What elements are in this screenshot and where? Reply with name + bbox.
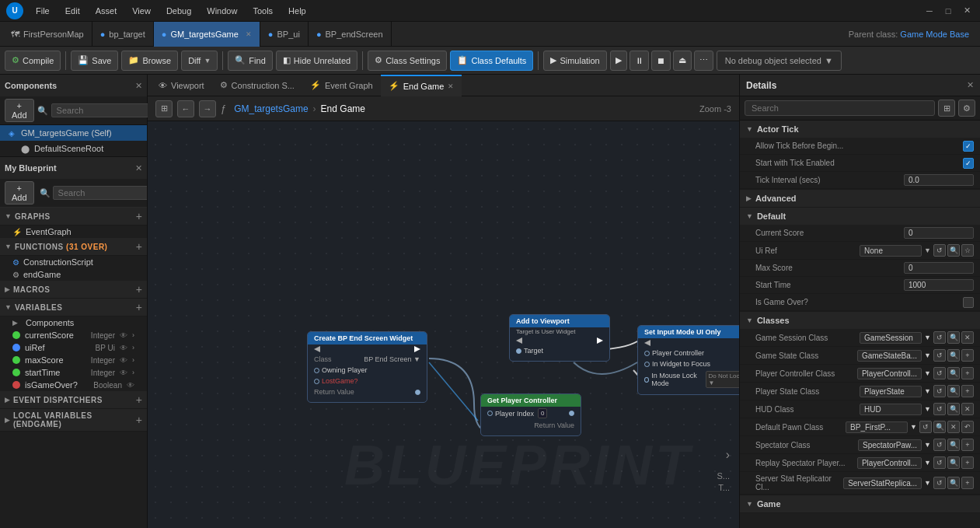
- menu-window[interactable]: Window: [201, 5, 243, 17]
- hide-unrelated-button[interactable]: ◧ Hide Unrelated: [276, 51, 357, 71]
- my-blueprint-close-icon[interactable]: ✕: [135, 163, 142, 173]
- minimize-button[interactable]: ─: [922, 4, 936, 18]
- variables-section-header[interactable]: ▼ VARIABLES +: [0, 299, 147, 316]
- find-button[interactable]: 🔍 Find: [228, 51, 272, 71]
- player-controller-dropdown[interactable]: PlayerControll...: [857, 368, 922, 379]
- tab-bp-endscreen[interactable]: ● BP_endScreen: [309, 22, 392, 47]
- menu-tools[interactable]: Tools: [246, 5, 279, 17]
- components-close-icon[interactable]: ✕: [135, 81, 142, 91]
- details-close-icon[interactable]: ✕: [967, 80, 974, 90]
- details-grid-icon[interactable]: ⊞: [938, 100, 955, 117]
- ui-ref-bookmark-icon[interactable]: ☆: [961, 244, 974, 257]
- close-button[interactable]: ✕: [960, 4, 974, 18]
- functions-section-header[interactable]: ▼ FUNCTIONS (31 OVER) +: [0, 238, 147, 256]
- starttime-expand-icon[interactable]: ›: [132, 369, 134, 376]
- is-game-over-checkbox[interactable]: [963, 297, 974, 308]
- eventgraph-item[interactable]: ⚡ EventGraph: [0, 226, 147, 238]
- start-time-input[interactable]: [904, 279, 974, 291]
- ui-ref-browse-icon[interactable]: 🔍: [947, 244, 960, 257]
- default-header[interactable]: ▼ Default: [740, 208, 980, 225]
- lv-add-icon[interactable]: +: [136, 414, 142, 426]
- variable-starttime[interactable]: startTime Integer 👁 ›: [0, 366, 147, 379]
- scroll-right-indicator[interactable]: ›: [726, 448, 730, 462]
- ps-add-icon[interactable]: +: [961, 385, 974, 397]
- component-item-self[interactable]: ◈ GM_targetsGame (Self): [0, 125, 147, 141]
- add-viewport-node[interactable]: Add to Viewport Target is User Widget Ta…: [509, 314, 610, 362]
- variable-isgameover[interactable]: isGameOver? Boolean 👁: [0, 379, 147, 391]
- uiref-visibility-icon[interactable]: 👁: [120, 344, 127, 352]
- start-tick-checkbox[interactable]: [963, 158, 974, 169]
- ps-sync-icon[interactable]: ↺: [933, 385, 946, 397]
- compile-button[interactable]: ⚙ Compile: [5, 51, 61, 71]
- diff-button[interactable]: Diff ▼: [181, 51, 218, 71]
- sub-tab-viewport[interactable]: 👁 Viewport: [151, 75, 212, 96]
- set-input-mode-node[interactable]: Set Input Mode UI Only Player Controller…: [637, 325, 739, 395]
- pc-add-icon[interactable]: +: [961, 367, 974, 379]
- maxscore-visibility-icon[interactable]: 👁: [120, 356, 127, 365]
- stop-button[interactable]: ⏹: [651, 51, 671, 71]
- variable-maxscore[interactable]: maxScore Integer 👁 ›: [0, 354, 147, 366]
- hud-sync-icon[interactable]: ↺: [933, 403, 946, 415]
- endgame-function-item[interactable]: ⚙ endGame: [0, 268, 147, 281]
- event-dispatchers-header[interactable]: ▶ EVENT DISPATCHERS +: [0, 391, 147, 409]
- hud-clear-icon[interactable]: ✕: [961, 403, 974, 415]
- menu-edit[interactable]: Edit: [59, 5, 86, 17]
- ss-browse-icon[interactable]: 🔍: [947, 477, 960, 489]
- ss-add-icon[interactable]: +: [961, 477, 974, 489]
- ss-sync-icon[interactable]: ↺: [933, 477, 946, 489]
- spectator-dropdown[interactable]: SpectatorPaw...: [858, 439, 922, 451]
- simulation-button[interactable]: ▶ Simulation: [543, 51, 606, 71]
- dp-browse-icon[interactable]: 🔍: [933, 421, 946, 433]
- create-bp-widget-node[interactable]: Create BP End Screen Widget Class BP End…: [307, 331, 427, 403]
- graphs-section-header[interactable]: ▼ GRAPHS +: [0, 208, 147, 226]
- rs-add-icon[interactable]: +: [961, 456, 974, 469]
- menu-debug[interactable]: Debug: [160, 5, 197, 17]
- sub-tab-end-game[interactable]: ⚡ End Game ✕: [381, 75, 462, 96]
- rs-sync-icon[interactable]: ↺: [933, 456, 946, 469]
- details-settings-icon[interactable]: ⚙: [958, 100, 975, 117]
- actor-tick-header[interactable]: ▼ Actor Tick: [740, 121, 980, 138]
- ps-browse-icon[interactable]: 🔍: [947, 385, 960, 397]
- variables-add-icon[interactable]: +: [136, 301, 142, 313]
- eject-button[interactable]: ⏏: [673, 51, 692, 71]
- graphs-add-icon[interactable]: +: [136, 210, 142, 222]
- blueprint-add-button[interactable]: + Add: [5, 181, 34, 205]
- debug-object-selector[interactable]: No debug object selected ▼: [717, 51, 842, 71]
- forward-nav-button[interactable]: →: [199, 100, 216, 117]
- play-button[interactable]: ▶: [610, 51, 627, 71]
- component-item-scene-root[interactable]: ⬤ DefaultSceneRoot: [0, 141, 147, 156]
- currentscore-expand-icon[interactable]: ›: [132, 331, 134, 339]
- pc-browse-icon[interactable]: 🔍: [947, 367, 960, 379]
- gs-sync-icon[interactable]: ↺: [933, 331, 946, 344]
- allow-tick-checkbox[interactable]: [963, 141, 974, 152]
- max-score-input[interactable]: [904, 262, 974, 274]
- tab-bp-ui[interactable]: ● BP_ui: [260, 22, 309, 47]
- variable-currentscore[interactable]: currentScore Integer 👁 ›: [0, 329, 147, 341]
- maxscore-expand-icon[interactable]: ›: [132, 356, 134, 364]
- default-pawn-dropdown[interactable]: BP_FirstP...: [846, 421, 908, 433]
- browse-button[interactable]: 📁 Browse: [121, 51, 178, 71]
- ui-ref-sync-icon[interactable]: ↺: [933, 244, 946, 257]
- construction-script-item[interactable]: ⚙ ConstructionScript: [0, 256, 147, 268]
- dp-extra-icon[interactable]: ↶: [961, 421, 974, 433]
- variable-components[interactable]: ▶ Components: [0, 316, 147, 329]
- save-button[interactable]: 💾 Save: [71, 51, 118, 71]
- maximize-button[interactable]: □: [941, 4, 955, 18]
- tick-interval-input[interactable]: [904, 174, 974, 186]
- details-search-input[interactable]: [745, 100, 935, 116]
- more-button[interactable]: ⋯: [694, 51, 713, 71]
- player-state-dropdown[interactable]: PlayerState: [860, 386, 922, 397]
- menu-help[interactable]: Help: [282, 5, 312, 17]
- back-nav-button[interactable]: ←: [177, 100, 194, 117]
- hud-browse-icon[interactable]: 🔍: [947, 403, 960, 415]
- canvas-body[interactable]: BLUEPRINT Create BP End Screen Widget: [148, 121, 739, 528]
- pc-sync-icon[interactable]: ↺: [933, 367, 946, 379]
- variable-uiref[interactable]: uiRef BP Ui 👁 ›: [0, 341, 147, 354]
- tab-firstpersonmap[interactable]: 🗺 FirstPersonMap: [3, 22, 92, 47]
- breadcrumb-endgame[interactable]: End Game: [321, 103, 365, 114]
- sub-tab-construction[interactable]: ⚙ Construction S...: [212, 75, 302, 96]
- breadcrumb-gm[interactable]: GM_targetsGame: [234, 103, 308, 114]
- local-variables-header[interactable]: ▶ LOCAL VARIABLES (ENDGAME) +: [0, 409, 147, 432]
- uiref-expand-icon[interactable]: ›: [132, 344, 134, 351]
- end-game-tab-close-icon[interactable]: ✕: [448, 82, 454, 90]
